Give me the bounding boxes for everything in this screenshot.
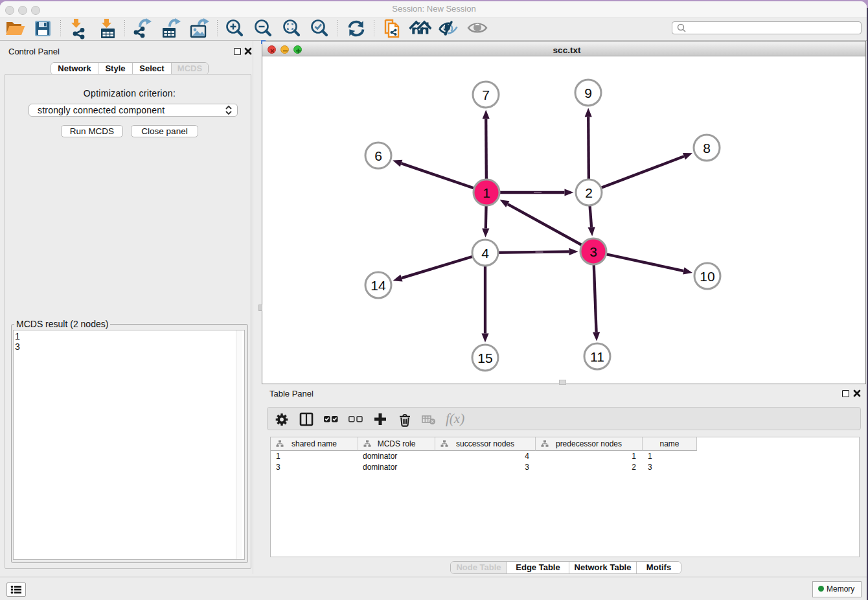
svg-text:14: 14	[371, 278, 386, 293]
svg-text:3: 3	[589, 244, 597, 259]
svg-text:8: 8	[703, 141, 711, 156]
svg-text:9: 9	[584, 86, 592, 100]
svg-text:4: 4	[481, 246, 489, 260]
svg-text:10: 10	[700, 269, 714, 284]
svg-text:1: 1	[483, 185, 490, 200]
svg-text:7: 7	[482, 87, 490, 102]
svg-text:15: 15	[477, 351, 492, 365]
svg-text:2: 2	[585, 185, 593, 200]
svg-text:11: 11	[590, 349, 604, 364]
svg-text:6: 6	[374, 148, 382, 163]
